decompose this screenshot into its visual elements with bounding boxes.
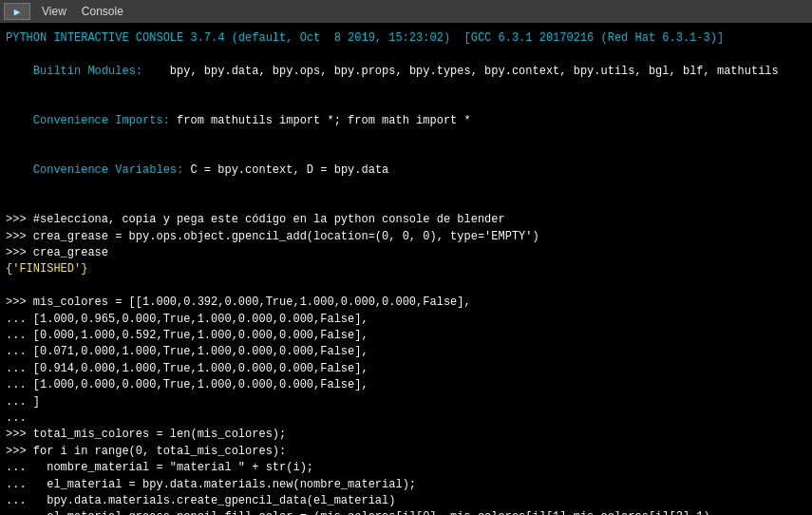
conv-vars-label: Convenience Variables: <box>33 163 183 177</box>
conv-imports-val: from mathutils import *; from math impor… <box>170 114 471 127</box>
console-menu[interactable]: Console <box>78 5 127 18</box>
code-line-8: ... [0.914,0.000,1.000,True,1.000,0.000,… <box>6 361 806 377</box>
convenience-vars-line: Convenience Variables: C = bpy.context, … <box>6 146 806 196</box>
code-line-4: >>> mis_colores = [[1.000,0.392,0.000,Tr… <box>6 295 806 311</box>
code-line-5: ... [1.000,0.965,0.000,True,1.000,0.000,… <box>6 312 806 328</box>
menubar: ▶ View Console <box>0 0 812 23</box>
code-line-15: ... el_material = bpy.data.materials.new… <box>6 477 806 493</box>
code-line-11: ... <box>6 410 806 427</box>
header-line: PYTHON INTERACTIVE CONSOLE 3.7.4 (defaul… <box>6 30 806 47</box>
app-icon-symbol: ▶ <box>14 6 21 18</box>
code-line-12: >>> total_mis_colores = len(mis_colores)… <box>6 427 806 443</box>
code-line-17: ... el_material.grease_pencil.fill_color… <box>6 509 806 515</box>
builtin-line: Builtin Modules: bpy, bpy.data, bpy.ops,… <box>6 47 806 96</box>
code-line-14: ... nombre_material = "material " + str(… <box>6 460 806 476</box>
code-line-9: ... [1.000,0.000,0.000,True,1.000,0.000,… <box>6 377 806 393</box>
builtin-val: bpy, bpy.data, bpy.ops, bpy.props, bpy.t… <box>142 65 779 78</box>
code-line-2: >>> crea_grease = bpy.ops.object.gpencil… <box>6 229 806 245</box>
code-line-7: ... [0.071,0.000,1.000,True,1.000,0.000,… <box>6 344 806 360</box>
console-area: PYTHON INTERACTIVE CONSOLE 3.7.4 (defaul… <box>0 23 812 515</box>
finished-line: {'FINISHED'} <box>6 261 806 277</box>
code-line-6: ... [0.000,1.000,0.592,True,1.000,0.000,… <box>6 328 806 344</box>
code-line-10: ... ] <box>6 394 806 410</box>
conv-vars-val: C = bpy.context, D = bpy.data <box>183 163 388 177</box>
blank-1 <box>6 196 806 212</box>
convenience-imports-line: Convenience Imports: from mathutils impo… <box>6 97 806 146</box>
code-line-16: ... bpy.data.materials.create_gpencil_da… <box>6 493 806 509</box>
blank-2 <box>6 278 806 295</box>
view-menu[interactable]: View <box>38 5 70 18</box>
code-line-1: >>> #selecciona, copia y pega este códig… <box>6 212 806 228</box>
code-line-13: >>> for i in range(0, total_mis_colores)… <box>6 444 806 460</box>
code-line-3: >>> crea_grease <box>6 245 806 261</box>
builtin-label: Builtin Modules: <box>33 65 142 78</box>
app-icon: ▶ <box>4 3 30 20</box>
conv-imports-label: Convenience Imports: <box>33 114 170 127</box>
